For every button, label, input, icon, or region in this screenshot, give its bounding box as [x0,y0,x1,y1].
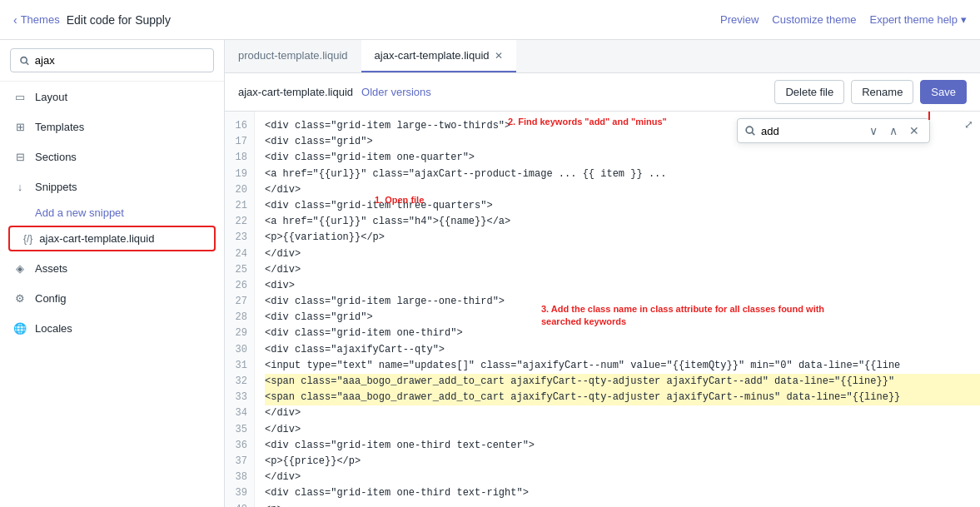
line-numbers: 1617181920212223242526272829303132333435… [225,112,255,507]
sidebar-layout-label: Layout [35,91,67,103]
sidebar-assets-label: Assets [35,262,67,275]
tab-ajax-cart-template[interactable]: ajax-cart-template.liquid ✕ [361,40,516,72]
sidebar-nav: ▭ Layout ⊞ Templates ⊟ Sections ↓ Snippe… [0,82,224,507]
search-input[interactable] [35,54,205,67]
find-prev-up-button[interactable]: ∧ [886,122,901,139]
find-close-button[interactable]: ✕ [906,122,923,139]
sidebar-item-locales[interactable]: 🌐 Locales [0,313,224,343]
templates-icon: ⊞ [13,120,27,133]
assets-icon: ◈ [13,261,27,275]
sidebar-item-templates[interactable]: ⊞ Templates [0,112,224,142]
tab-ajax-cart-template-label: ajax-cart-template.liquid [375,49,490,62]
find-input[interactable] [761,125,861,137]
tab-close-icon[interactable]: ✕ [495,51,503,61]
sidebar-sections-label: Sections [35,151,77,163]
delete-file-button[interactable]: Delete file [774,80,844,104]
search-box[interactable] [10,48,214,72]
sidebar-search-area [0,40,224,82]
editor-header-left: ajax-cart-template.liquid Older versions [238,86,431,98]
add-new-snippet-link[interactable]: Add a new snippet [0,201,224,224]
search-icon [19,55,30,67]
sidebar-item-layout[interactable]: ▭ Layout [0,82,224,112]
top-nav-left: ‹ Themes Edit code for Supply [13,13,171,27]
sidebar-item-config[interactable]: ⚙ Config [0,283,224,313]
find-next-down-button[interactable]: ∨ [866,122,881,139]
snippet-file-label: ajax-cart-template.liquid [39,232,154,245]
fullscreen-button[interactable]: ⤢ [958,112,980,137]
snippets-icon: ↓ [13,180,27,193]
sidebar-locales-label: Locales [35,322,72,335]
code-content: 1617181920212223242526272829303132333435… [225,112,980,507]
back-to-themes-link[interactable]: ‹ Themes [13,13,60,27]
svg-point-2 [746,127,753,133]
locales-icon: 🌐 [13,321,27,335]
chevron-down-icon: ▾ [961,13,967,26]
top-nav: ‹ Themes Edit code for Supply Preview Cu… [0,0,980,40]
sidebar-item-sections[interactable]: ⊟ Sections [0,142,224,171]
code-lines[interactable]: <div class="grid-item large--two-thirds"… [255,112,980,507]
code-editor[interactable]: 1617181920212223242526272829303132333435… [225,112,980,507]
svg-point-0 [21,57,27,62]
code-editor-wrapper: ∨ ∧ ✕ 2. Find keywords "add" and "minus"… [225,112,980,507]
back-arrow-icon: ‹ [13,13,17,27]
older-versions-link[interactable]: Older versions [361,86,431,98]
snippet-file-item[interactable]: {/} ajax-cart-template.liquid [8,226,216,251]
editor-filename: ajax-cart-template.liquid [238,86,353,98]
sidebar-templates-label: Templates [35,121,84,133]
find-search-icon [744,125,756,137]
tab-product-template-label: product-template.liquid [238,49,348,62]
editor-header-right: Delete file Rename Save [774,80,967,104]
tab-product-template[interactable]: product-template.liquid [225,40,361,72]
back-label: Themes [21,13,60,26]
customize-theme-link[interactable]: Customize theme [772,13,856,26]
expert-theme-help-link[interactable]: Expert theme help ▾ [869,13,967,26]
page-title: Edit code for Supply [67,13,171,27]
liquid-file-icon: {/} [23,233,32,245]
editor-area: product-template.liquid ajax-cart-templa… [225,40,980,507]
sidebar: ▭ Layout ⊞ Templates ⊟ Sections ↓ Snippe… [0,40,225,507]
sidebar-item-assets[interactable]: ◈ Assets [0,253,224,283]
find-bar: ∨ ∧ ✕ [737,118,930,143]
main-layout: ▭ Layout ⊞ Templates ⊟ Sections ↓ Snippe… [0,40,980,507]
editor-header: ajax-cart-template.liquid Older versions… [225,73,980,112]
preview-link[interactable]: Preview [720,13,759,26]
sidebar-config-label: Config [35,292,67,305]
sections-icon: ⊟ [13,150,27,163]
rename-button[interactable]: Rename [851,80,913,104]
save-button[interactable]: Save [920,80,967,104]
svg-line-1 [26,62,28,65]
sidebar-item-snippets[interactable]: ↓ Snippets [0,171,224,201]
svg-line-3 [752,132,754,135]
top-nav-right: Preview Customize theme Expert theme hel… [720,13,967,26]
tabs-bar: product-template.liquid ajax-cart-templa… [225,40,980,73]
config-icon: ⚙ [13,291,27,305]
layout-icon: ▭ [13,90,27,103]
sidebar-snippets-label: Snippets [35,181,77,193]
